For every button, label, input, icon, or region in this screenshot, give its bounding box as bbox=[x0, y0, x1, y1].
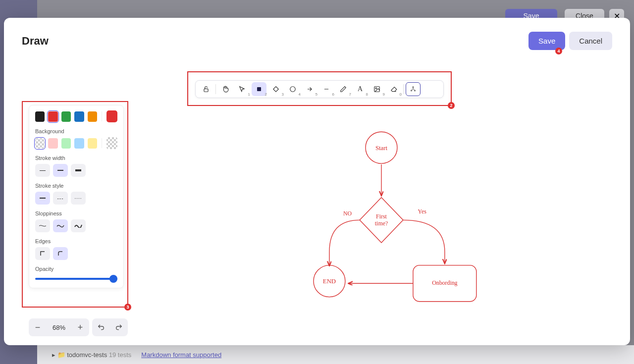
slider-thumb[interactable] bbox=[109, 275, 117, 283]
eraser-icon bbox=[390, 86, 397, 93]
edges-round[interactable] bbox=[53, 247, 68, 260]
drawing-canvas[interactable]: Start First time? NO Yes END Onbording bbox=[143, 107, 620, 311]
sloppy-architect[interactable] bbox=[35, 219, 50, 232]
flow-decision-l2: time? bbox=[375, 220, 388, 227]
stroke-dotted[interactable]: ···· bbox=[71, 192, 86, 205]
diamond-tool[interactable]: 3 bbox=[268, 82, 283, 96]
stroke-color-row bbox=[35, 110, 117, 122]
toolbar-separator-2 bbox=[403, 84, 404, 94]
edges-sharp[interactable] bbox=[35, 247, 50, 260]
redo-button[interactable] bbox=[110, 323, 128, 331]
edges-label: Edges bbox=[35, 238, 117, 244]
modal-title: Draw bbox=[22, 35, 49, 48]
opacity-label: Opacity bbox=[35, 266, 117, 272]
stroke-color-orange[interactable] bbox=[88, 111, 97, 122]
flow-decision-l1: First bbox=[376, 213, 387, 220]
draw-tool[interactable]: 7 bbox=[336, 82, 351, 96]
shape-properties-panel: Background Stroke width Stroke style ---… bbox=[29, 105, 124, 288]
svg-rect-1 bbox=[257, 87, 261, 91]
text-tool[interactable]: A 8 bbox=[353, 82, 368, 96]
more-shapes-tool[interactable] bbox=[406, 82, 421, 96]
tool-sub-9: 9 bbox=[383, 92, 385, 97]
wave-icon-2 bbox=[56, 224, 64, 228]
tool-sub-5: 5 bbox=[316, 92, 317, 97]
cursor-icon bbox=[239, 86, 246, 93]
stroke-style-label: Stroke style bbox=[35, 183, 117, 189]
tool-sub-0: 0 bbox=[400, 92, 402, 97]
opacity-slider[interactable] bbox=[35, 275, 117, 283]
bg-transparent[interactable] bbox=[35, 138, 45, 149]
stroke-color-red[interactable] bbox=[48, 111, 57, 122]
flow-end-label: END bbox=[323, 278, 336, 285]
round-icon bbox=[57, 250, 64, 257]
tool-sub-4: 4 bbox=[299, 92, 301, 97]
bg-pink[interactable] bbox=[48, 138, 57, 149]
sharp-icon bbox=[39, 250, 46, 257]
background-color-row bbox=[35, 137, 117, 149]
cancel-button[interactable]: Cancel bbox=[569, 32, 612, 50]
flow-yes-label: Yes bbox=[418, 208, 427, 215]
undo-button[interactable] bbox=[92, 323, 110, 331]
arrow-tool[interactable]: 5 bbox=[302, 82, 317, 96]
bg-yellow[interactable] bbox=[88, 138, 97, 149]
stroke-width-label: Stroke width bbox=[35, 155, 117, 161]
bg-current[interactable] bbox=[106, 137, 117, 149]
diamond-icon bbox=[272, 86, 279, 93]
redo-icon bbox=[115, 323, 123, 331]
tool-sub-2: 2 bbox=[265, 92, 267, 97]
bg-blue[interactable] bbox=[74, 138, 84, 149]
bottom-item-1-sub: 19 tests bbox=[109, 351, 132, 359]
eraser-tool[interactable]: 0 bbox=[386, 82, 401, 96]
zoom-value[interactable]: 68% bbox=[47, 324, 71, 331]
pencil-icon bbox=[340, 86, 347, 93]
flow-onboarding-label: Onbording bbox=[432, 279, 457, 286]
stroke-dashed[interactable]: --- bbox=[53, 192, 68, 205]
svg-point-5 bbox=[413, 87, 414, 88]
image-icon bbox=[373, 86, 380, 93]
tool-sub-3: 3 bbox=[282, 92, 284, 97]
zoom-in-button[interactable]: + bbox=[71, 322, 89, 333]
stroke-color-green[interactable] bbox=[61, 111, 71, 122]
bg-green[interactable] bbox=[61, 138, 71, 149]
flowchart-svg: Start First time? NO Yes END Onbording bbox=[143, 107, 620, 311]
tool-sub-6: 6 bbox=[332, 92, 334, 97]
annotation-4: 4 bbox=[555, 48, 562, 54]
stroke-thin[interactable] bbox=[35, 164, 50, 177]
undo-icon bbox=[97, 323, 105, 331]
wave-icon-3 bbox=[74, 224, 82, 228]
tool-sub-8: 8 bbox=[366, 92, 368, 97]
background-label: Background bbox=[35, 128, 117, 134]
hand-tool[interactable] bbox=[218, 82, 233, 96]
sloppy-artist[interactable] bbox=[53, 219, 68, 232]
sloppy-cartoonist[interactable] bbox=[71, 219, 86, 232]
line-tool[interactable]: 6 bbox=[319, 82, 334, 96]
zoom-out-button[interactable]: − bbox=[29, 322, 47, 333]
bottom-item-1: todomvc-tests bbox=[67, 351, 107, 359]
sloppiness-label: Sloppiness bbox=[35, 210, 117, 216]
flow-arrow-no[interactable] bbox=[329, 220, 360, 265]
bg-divider bbox=[102, 138, 102, 148]
draw-modal: Draw Save Cancel 4 2 1 2 3 4 bbox=[4, 18, 630, 345]
slider-track bbox=[35, 278, 117, 280]
stroke-color-current[interactable] bbox=[106, 110, 117, 122]
wave-icon-1 bbox=[39, 224, 47, 228]
stroke-thick[interactable] bbox=[71, 164, 86, 177]
ellipse-tool[interactable]: 4 bbox=[285, 82, 300, 96]
stroke-medium[interactable] bbox=[53, 164, 68, 177]
selection-tool[interactable]: 1 bbox=[235, 82, 250, 96]
tool-sub-7: 7 bbox=[349, 92, 351, 97]
rectangle-tool[interactable]: 2 bbox=[252, 82, 266, 96]
toolbar-separator bbox=[215, 84, 216, 94]
line-icon bbox=[323, 86, 330, 93]
stroke-color-blue[interactable] bbox=[74, 111, 84, 122]
zoom-controls: − 68% + bbox=[29, 318, 128, 336]
lock-tool[interactable] bbox=[199, 82, 213, 96]
svg-point-2 bbox=[290, 87, 296, 92]
color-divider bbox=[102, 111, 102, 121]
stroke-color-black[interactable] bbox=[35, 111, 45, 122]
hand-icon bbox=[222, 86, 229, 93]
image-tool[interactable]: 9 bbox=[370, 82, 384, 96]
flow-arrow-yes[interactable] bbox=[403, 220, 445, 263]
stroke-solid[interactable] bbox=[35, 192, 50, 205]
square-icon bbox=[256, 86, 262, 92]
